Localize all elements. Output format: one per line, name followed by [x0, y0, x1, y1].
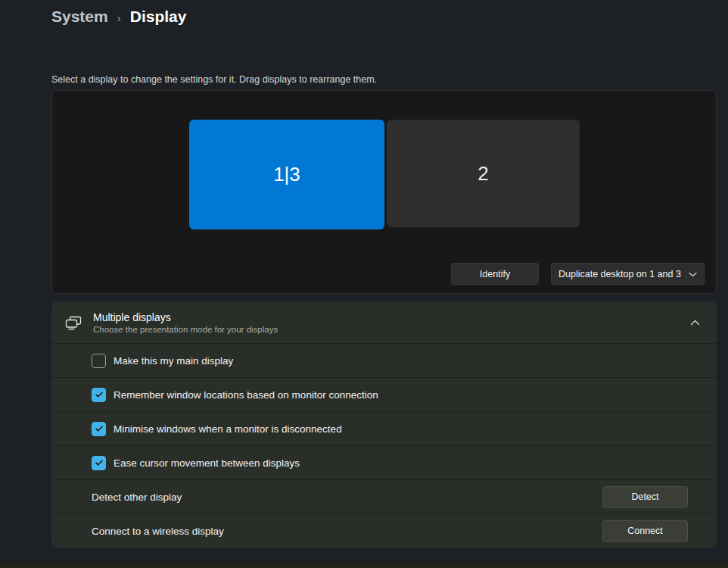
checkbox-label: Minimise windows when a monitor is disco… [114, 423, 342, 435]
main-display-checkbox[interactable] [92, 354, 106, 368]
monitor-1-3[interactable]: 1|3 [189, 120, 384, 229]
multiple-displays-title: Multiple displays [93, 311, 278, 323]
wireless-display-label: Connect to a wireless display [92, 526, 224, 537]
chevron-down-icon [689, 269, 697, 279]
checkbox-label: Ease cursor movement between displays [114, 457, 300, 469]
breadcrumb: System › Display [51, 8, 186, 26]
multiple-displays-header[interactable]: Multiple displays Choose the presentatio… [51, 301, 717, 343]
display-mode-dropdown[interactable]: Duplicate desktop on 1 and 3 [551, 263, 705, 285]
checkbox-label: Make this my main display [114, 355, 233, 367]
monitor-2[interactable]: 2 [387, 120, 580, 227]
breadcrumb-system[interactable]: System [51, 8, 108, 26]
display-arrange-caption: Select a display to change the settings … [51, 74, 377, 85]
checkmark-icon [95, 458, 104, 467]
chevron-right-icon: › [117, 10, 121, 24]
checkmark-icon [95, 390, 104, 399]
checkbox-label: Remember window locations based on monit… [114, 389, 378, 401]
connect-button[interactable]: Connect [602, 520, 688, 542]
multiple-displays-subtitle: Choose the presentation mode for your di… [93, 325, 278, 334]
display-mode-dropdown-value: Duplicate desktop on 1 and 3 [558, 269, 681, 279]
detect-display-row: Detect other display Detect [51, 479, 717, 513]
chevron-up-icon[interactable] [690, 320, 700, 326]
remember-locations-checkbox[interactable] [92, 388, 106, 402]
detect-button[interactable]: Detect [602, 486, 688, 508]
checkbox-row-ease-cursor[interactable]: Ease cursor movement between displays [51, 445, 717, 479]
wireless-display-row: Connect to a wireless display Connect [51, 513, 717, 548]
bottom-edge-strip [0, 562, 728, 568]
display-arrangement-panel: 1|3 2 Identify Duplicate desktop on 1 an… [51, 90, 717, 294]
checkbox-row-main-display[interactable]: Make this my main display [51, 343, 717, 377]
checkbox-row-minimise-windows[interactable]: Minimise windows when a monitor is disco… [51, 411, 717, 445]
multiple-displays-card: Multiple displays Choose the presentatio… [51, 301, 717, 548]
identify-button[interactable]: Identify [451, 263, 539, 285]
page-title: Display [130, 8, 187, 26]
ease-cursor-checkbox[interactable] [92, 456, 106, 470]
detect-display-label: Detect other display [92, 492, 182, 503]
checkmark-icon [95, 424, 104, 433]
multiple-displays-icon [65, 315, 82, 330]
minimise-windows-checkbox[interactable] [92, 422, 106, 436]
checkbox-row-remember-locations[interactable]: Remember window locations based on monit… [51, 377, 717, 411]
